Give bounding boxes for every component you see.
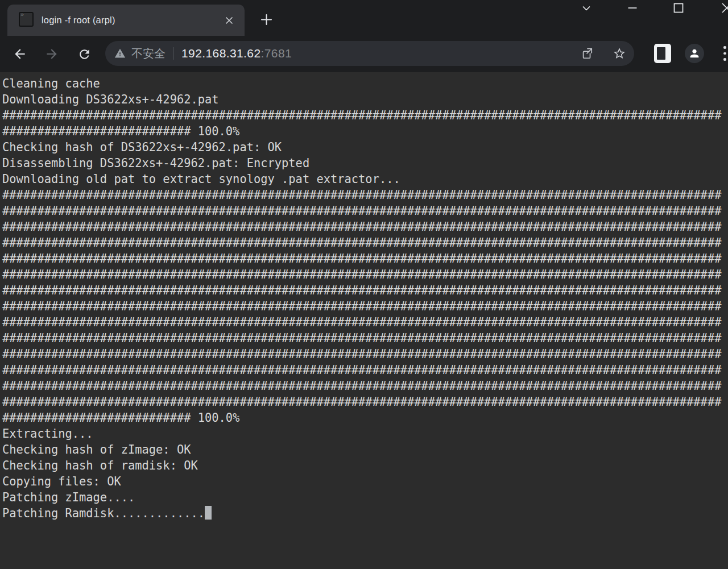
terminal-line: Disassembling DS3622xs+-42962.pat: Encry… <box>2 155 728 171</box>
back-button[interactable] <box>10 44 30 64</box>
warning-triangle-icon[interactable] <box>114 48 126 59</box>
terminal-line: ########################### 100.0% <box>2 123 728 139</box>
terminal-line: ########################################… <box>2 394 728 410</box>
window-close-icon[interactable] <box>719 0 728 16</box>
terminal-line: ########################################… <box>2 330 728 346</box>
terminal-line: ########################################… <box>2 298 728 314</box>
window-minimize-icon[interactable] <box>624 0 640 16</box>
terminal-lines: Cleaning cacheDownloading DS3622xs+-4296… <box>2 76 728 521</box>
terminal-line: ########################################… <box>2 251 728 267</box>
address-bar[interactable]: 不安全 192.168.31.62:7681 <box>105 41 634 66</box>
reload-button[interactable] <box>75 44 94 64</box>
window-maximize-icon[interactable] <box>671 0 686 16</box>
terminal-line: ########################################… <box>2 362 728 378</box>
terminal-line: Patching zImage.... <box>2 489 728 505</box>
terminal-line: Checking hash of ramdisk: OK <box>2 458 728 474</box>
terminal-line: Downloading old pat to extract synology … <box>2 171 728 187</box>
terminal-line: Copying files: OK <box>2 474 728 489</box>
browser-window: » login -f root (arpl) <box>0 0 728 569</box>
security-status-label[interactable]: 不安全 <box>131 46 166 61</box>
terminal-line: ########################################… <box>2 203 728 219</box>
tab-close-icon[interactable] <box>223 14 235 27</box>
terminal-line: ########################################… <box>2 346 728 362</box>
terminal-line: ########################################… <box>2 235 728 251</box>
terminal-line: ########################################… <box>2 314 728 330</box>
browser-toolbar: 不安全 192.168.31.62:7681 <box>0 36 728 72</box>
terminal-line: ########################################… <box>2 378 728 394</box>
tab-title: login -f root (arpl) <box>42 5 115 36</box>
terminal-favicon-icon: » <box>19 12 34 27</box>
terminal-line: Cleaning cache <box>2 76 728 92</box>
terminal-line: ########################### 100.0% <box>2 410 728 426</box>
url-port: :7681 <box>261 47 292 60</box>
omnibox-divider <box>173 47 173 60</box>
browser-menu-icon[interactable] <box>718 44 728 63</box>
terminal-line: Patching Ramdisk............. <box>2 505 728 521</box>
profile-avatar[interactable] <box>685 44 704 63</box>
forward-button[interactable] <box>42 44 61 64</box>
terminal-cursor <box>205 506 212 520</box>
side-panel-icon[interactable] <box>654 44 671 63</box>
new-tab-button[interactable] <box>259 12 274 27</box>
terminal-line: Downloading DS3622xs+-42962.pat <box>2 92 728 107</box>
bookmark-star-icon[interactable] <box>610 44 629 63</box>
terminal-line: ########################################… <box>2 219 728 235</box>
terminal-line: ########################################… <box>2 107 728 123</box>
browser-tab[interactable]: » login -f root (arpl) <box>7 5 245 36</box>
terminal-line: Extracting... <box>2 426 728 442</box>
web-terminal[interactable]: Cleaning cacheDownloading DS3622xs+-4296… <box>0 72 728 569</box>
terminal-line: Checking hash of DS3622xs+-42962.pat: OK <box>2 139 728 155</box>
tab-strip: » login -f root (arpl) <box>0 0 728 36</box>
tab-search-chevron-icon[interactable] <box>578 1 594 16</box>
terminal-line: ########################################… <box>2 187 728 203</box>
url-host: 192.168.31.62 <box>181 47 261 60</box>
url-text[interactable]: 192.168.31.62:7681 <box>181 47 292 60</box>
share-icon[interactable] <box>577 44 597 63</box>
terminal-line: ########################################… <box>2 283 728 298</box>
terminal-line: ########################################… <box>2 267 728 283</box>
terminal-line: Checking hash of zImage: OK <box>2 442 728 458</box>
